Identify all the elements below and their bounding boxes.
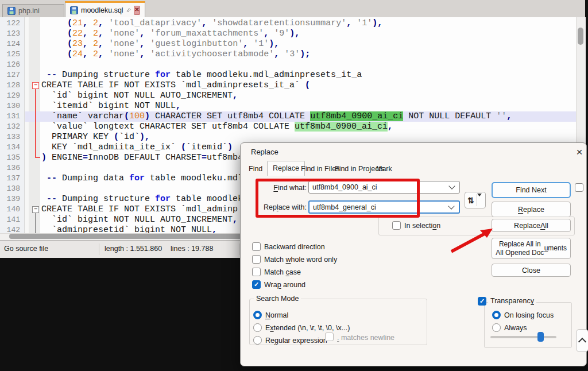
code-line[interactable]: (23, 2, 'none', 'guestloginbutton', '1')… bbox=[25, 39, 576, 49]
code-token: 22 bbox=[72, 29, 83, 38]
code-line[interactable]: `name` varchar(100) CHARACTER SET utf8mb… bbox=[25, 111, 576, 122]
replace-all-all-docs-button[interactable]: Replace All in All Opened Documents bbox=[492, 238, 571, 259]
replace-button[interactable]: Replace bbox=[492, 202, 571, 217]
tab-mark[interactable]: Mark bbox=[371, 163, 397, 175]
line-number: 128 bbox=[0, 80, 24, 91]
swap-direction-icon[interactable]: ⇅ bbox=[465, 196, 477, 205]
search-mode-title: Search Mode bbox=[254, 295, 301, 303]
fold-collapse-marker[interactable]: − bbox=[32, 82, 39, 89]
line-number: 138 bbox=[0, 184, 24, 194]
save-icon bbox=[70, 6, 78, 14]
search-mode-extended-radio[interactable] bbox=[253, 323, 262, 332]
find-what-value[interactable]: utf8mb4_0900_ai_ci bbox=[312, 183, 447, 191]
code-line[interactable]: `id` bigint NOT NULL AUTO_INCREMENT, bbox=[25, 91, 576, 101]
code-token: , bbox=[212, 225, 217, 233]
transparency-on-losing-focus-radio[interactable] bbox=[492, 311, 501, 319]
code-token: ) bbox=[227, 142, 233, 152]
dialog-collapse-button[interactable] bbox=[576, 329, 588, 352]
vertical-scrollbar-thumb[interactable] bbox=[578, 28, 583, 45]
pin-icon[interactable] bbox=[126, 6, 131, 14]
code-token: '3' bbox=[284, 49, 300, 59]
code-token bbox=[41, 39, 67, 49]
fold-guide-line bbox=[35, 89, 36, 158]
code-token: ( bbox=[67, 18, 72, 28]
transparency-always-radio[interactable] bbox=[492, 323, 501, 332]
code-token: `adminpresetid` bigint NOT NULL bbox=[41, 225, 212, 233]
code-line[interactable]: -- Dumping structure for table moodleku.… bbox=[25, 70, 576, 80]
transparency-slider-handle[interactable] bbox=[537, 332, 544, 342]
search-mode-normal-radio[interactable] bbox=[253, 311, 262, 319]
line-number: 126 bbox=[0, 60, 24, 70]
tab-php-ini[interactable]: php.ini bbox=[2, 4, 64, 17]
code-token: , bbox=[83, 29, 88, 38]
code-token bbox=[145, 49, 150, 59]
tab-moodleku-sql[interactable]: moodleku.sql ✕ bbox=[65, 1, 145, 17]
code-token: ENGINE bbox=[47, 153, 83, 163]
code-line[interactable]: (22, 2, 'none', 'forum_maxattachments', … bbox=[25, 29, 576, 39]
line-number: 134 bbox=[0, 142, 24, 153]
code-token: `itemid` bigint NOT NULL bbox=[41, 101, 176, 111]
tab-label: php.ini bbox=[18, 7, 40, 15]
line-number-gutter: 1221231241251261271281291301311321331341… bbox=[0, 17, 25, 233]
code-token bbox=[103, 49, 109, 59]
close-button[interactable]: Close bbox=[492, 264, 571, 277]
code-token: 2 bbox=[93, 18, 98, 28]
code-token: '9' bbox=[274, 29, 289, 38]
wrap-around-label: Wrap around bbox=[264, 280, 305, 289]
code-token bbox=[248, 39, 253, 49]
code-token: for bbox=[129, 173, 145, 183]
code-token: for bbox=[155, 194, 171, 204]
code-token: 100 bbox=[129, 111, 145, 121]
code-token: 21 bbox=[72, 18, 83, 28]
chevron-down-icon[interactable] bbox=[448, 183, 455, 189]
transparency-checkbox[interactable] bbox=[478, 297, 486, 306]
status-doc-type: Go source file bbox=[4, 245, 48, 253]
code-token: , bbox=[264, 29, 269, 38]
code-token: , bbox=[98, 49, 103, 59]
code-line[interactable] bbox=[25, 60, 576, 70]
replace-with-value[interactable]: utf8mb4_general_ci bbox=[313, 203, 447, 211]
swap-find-replace-button[interactable]: ⇅ bbox=[465, 192, 486, 208]
code-token: 'guestloginbutton' bbox=[150, 39, 243, 49]
code-token bbox=[279, 49, 284, 59]
code-token: ), bbox=[269, 39, 279, 49]
tab-find[interactable]: Find bbox=[243, 163, 268, 175]
code-token: Dumping data bbox=[57, 173, 129, 183]
transparency-slider-track[interactable] bbox=[490, 336, 556, 338]
two-buttons-mode-checkbox[interactable] bbox=[575, 183, 583, 192]
search-mode-regex-label: Regular expression bbox=[265, 336, 327, 345]
fold-collapse-marker[interactable]: − bbox=[32, 206, 39, 213]
code-token: , bbox=[274, 49, 279, 59]
code-token: InnoDB DEFAULT CHARSET bbox=[88, 153, 202, 163]
code-line[interactable]: PRIMARY KEY (`id`), bbox=[25, 132, 576, 142]
replace-all-button[interactable]: Replace All bbox=[492, 219, 571, 232]
code-token: 2 bbox=[93, 49, 98, 59]
dot-matches-newline-label: . matches newline bbox=[337, 333, 394, 342]
code-line[interactable]: `value` longtext CHARACTER SET utf8mb4 C… bbox=[25, 122, 576, 132]
match-case-checkbox[interactable] bbox=[252, 268, 261, 276]
chevron-down-icon[interactable] bbox=[448, 203, 454, 209]
code-token: 23 bbox=[72, 39, 83, 49]
backward-direction-checkbox[interactable] bbox=[252, 242, 261, 251]
code-line[interactable]: `itemid` bigint NOT NULL, bbox=[25, 101, 576, 111]
code-line[interactable]: (24, 2, 'none', 'activitychoosertabmode'… bbox=[25, 49, 576, 60]
close-icon[interactable]: × bbox=[572, 145, 586, 159]
match-whole-word-checkbox[interactable] bbox=[252, 255, 261, 264]
find-next-button[interactable]: Find Next bbox=[492, 182, 571, 198]
code-token: 'forum_maxattachments' bbox=[150, 29, 264, 38]
find-what-combobox[interactable]: utf8mb4_0900_ai_ci bbox=[308, 181, 460, 194]
dropdown-caret-icon[interactable] bbox=[477, 194, 482, 204]
wrap-around-checkbox[interactable] bbox=[252, 280, 261, 289]
code-token bbox=[145, 39, 150, 49]
search-mode-regex-radio[interactable] bbox=[253, 336, 262, 345]
replace-with-combobox[interactable]: utf8mb4_general_ci bbox=[308, 200, 460, 214]
code-token: CREATE TABLE IF NOT EXISTS `mdl_adminp bbox=[41, 204, 238, 214]
code-token: utf8mb4 bbox=[207, 153, 243, 163]
code-line[interactable]: CREATE TABLE IF NOT EXISTS `mdl_adminpre… bbox=[25, 80, 576, 91]
in-selection-checkbox[interactable] bbox=[392, 221, 401, 230]
code-token: 2 bbox=[93, 39, 98, 49]
code-token: 'activitychoosertabmode' bbox=[150, 49, 274, 59]
code-token bbox=[41, 173, 47, 183]
code-line[interactable]: (21, 2, 'tool_dataprivacy', 'showdataret… bbox=[25, 18, 576, 29]
close-icon[interactable]: ✕ bbox=[134, 6, 140, 15]
